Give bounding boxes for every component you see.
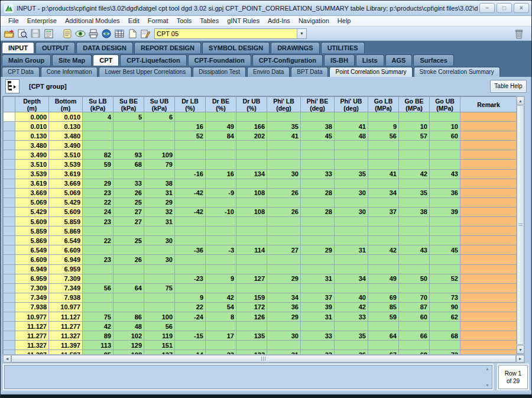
- value-cell[interactable]: [236, 150, 267, 160]
- value-cell[interactable]: 29: [267, 312, 301, 321]
- value-cell[interactable]: 54: [206, 302, 236, 312]
- value-cell[interactable]: [113, 141, 144, 150]
- value-cell[interactable]: 84: [206, 131, 236, 141]
- remark-cell[interactable]: [460, 207, 517, 216]
- value-cell[interactable]: 62: [430, 312, 460, 321]
- value-cell[interactable]: 35: [267, 122, 301, 131]
- value-cell[interactable]: 42: [335, 302, 368, 312]
- value-cell[interactable]: [368, 226, 399, 236]
- value-cell[interactable]: 86: [113, 312, 144, 321]
- value-cell[interactable]: 33: [335, 312, 368, 321]
- value-cell[interactable]: 30: [267, 169, 301, 179]
- value-cell[interactable]: 85: [368, 302, 399, 312]
- menu-item-enterprise[interactable]: Enterprise: [23, 16, 61, 26]
- chevron-down-icon[interactable]: ▼: [297, 29, 306, 38]
- value-cell[interactable]: 35: [335, 331, 368, 341]
- print-icon[interactable]: [87, 28, 100, 40]
- value-cell[interactable]: [399, 236, 430, 245]
- value-cell[interactable]: 35: [399, 188, 430, 198]
- column-header-go-be[interactable]: Go BE(MPa): [399, 97, 430, 112]
- value-cell[interactable]: 33: [301, 169, 335, 179]
- value-cell[interactable]: 16: [206, 169, 236, 179]
- value-cell[interactable]: 9: [368, 122, 399, 131]
- value-cell[interactable]: 34: [267, 293, 301, 302]
- value-cell[interactable]: 43: [399, 245, 430, 255]
- value-cell[interactable]: [301, 198, 335, 207]
- row-selector[interactable]: [4, 122, 15, 131]
- value-cell[interactable]: [236, 322, 267, 331]
- value-cell[interactable]: 93: [113, 150, 144, 160]
- column-header-su-lb[interactable]: Su LB(kPa): [83, 97, 113, 112]
- depth-cell[interactable]: 11.587: [49, 350, 83, 354]
- trash-icon[interactable]: [512, 28, 525, 40]
- value-cell[interactable]: [175, 341, 206, 350]
- value-cell[interactable]: [430, 198, 460, 207]
- value-cell[interactable]: 52: [430, 274, 460, 283]
- menu-item-additional-modules[interactable]: Additional Modules: [61, 16, 124, 26]
- value-cell[interactable]: [430, 264, 460, 274]
- depth-cell[interactable]: 7.938: [15, 302, 49, 312]
- value-cell[interactable]: [399, 150, 430, 160]
- value-cell[interactable]: 38: [399, 207, 430, 216]
- value-cell[interactable]: 42: [368, 245, 399, 255]
- value-cell[interactable]: [83, 302, 113, 312]
- value-cell[interactable]: [236, 341, 267, 350]
- value-cell[interactable]: 108: [236, 188, 267, 198]
- memo-scroll-down-icon[interactable]: ▼: [484, 383, 491, 387]
- value-cell[interactable]: [267, 264, 301, 274]
- tab-output[interactable]: OUTPUT: [35, 42, 75, 53]
- depth-cell[interactable]: 3.539: [49, 160, 83, 169]
- value-cell[interactable]: [267, 150, 301, 160]
- depth-cell[interactable]: 3.490: [49, 141, 83, 150]
- value-cell[interactable]: [301, 112, 335, 122]
- column-header-phi-be[interactable]: Phi' BE(deg): [301, 97, 335, 112]
- value-cell[interactable]: 38: [301, 122, 335, 131]
- value-cell[interactable]: [175, 198, 206, 207]
- depth-cell[interactable]: 3.510: [49, 150, 83, 160]
- value-cell[interactable]: 33: [301, 350, 335, 354]
- scroll-down-icon[interactable]: ▼: [517, 345, 524, 354]
- value-cell[interactable]: [144, 122, 175, 131]
- depth-cell[interactable]: 3.510: [15, 160, 49, 169]
- value-cell[interactable]: [83, 141, 113, 150]
- value-cell[interactable]: [113, 122, 144, 131]
- depth-cell[interactable]: 7.349: [15, 293, 49, 302]
- value-cell[interactable]: [301, 283, 335, 293]
- value-cell[interactable]: [236, 217, 267, 226]
- value-cell[interactable]: 29: [267, 274, 301, 283]
- value-cell[interactable]: [236, 112, 267, 122]
- value-cell[interactable]: 69: [399, 350, 430, 354]
- report-icon[interactable]: [42, 28, 55, 40]
- value-cell[interactable]: [430, 160, 460, 169]
- remark-cell[interactable]: [460, 188, 517, 198]
- value-cell[interactable]: 129: [113, 341, 144, 350]
- value-cell[interactable]: [335, 226, 368, 236]
- depth-cell[interactable]: 11.127: [49, 312, 83, 321]
- value-cell[interactable]: [267, 160, 301, 169]
- minimize-button[interactable]: –: [479, 3, 495, 13]
- remark-cell[interactable]: [460, 264, 517, 274]
- row-selector[interactable]: [4, 245, 15, 255]
- value-cell[interactable]: [335, 264, 368, 274]
- remark-cell[interactable]: [460, 283, 517, 293]
- column-header-phi-lb[interactable]: Phi' LB(deg): [267, 97, 301, 112]
- cpt-tab-dissipation-test[interactable]: Dissipation Test: [193, 67, 246, 77]
- value-cell[interactable]: [175, 160, 206, 169]
- value-cell[interactable]: [301, 141, 335, 150]
- value-cell[interactable]: [206, 341, 236, 350]
- value-cell[interactable]: [144, 141, 175, 150]
- value-cell[interactable]: [368, 150, 399, 160]
- value-cell[interactable]: -42: [175, 207, 206, 216]
- value-cell[interactable]: [301, 322, 335, 331]
- value-cell[interactable]: [83, 245, 113, 255]
- value-cell[interactable]: 31: [301, 312, 335, 321]
- value-cell[interactable]: [335, 160, 368, 169]
- remark-cell[interactable]: [460, 255, 517, 264]
- depth-cell[interactable]: 11.327: [49, 331, 83, 341]
- remark-cell[interactable]: [460, 302, 517, 312]
- print-preview-icon[interactable]: [16, 28, 29, 40]
- tab-report-design[interactable]: REPORT DESIGN: [134, 42, 201, 53]
- menu-item-file[interactable]: File: [4, 16, 23, 26]
- value-cell[interactable]: 31: [301, 274, 335, 283]
- depth-cell[interactable]: 5.429: [49, 198, 83, 207]
